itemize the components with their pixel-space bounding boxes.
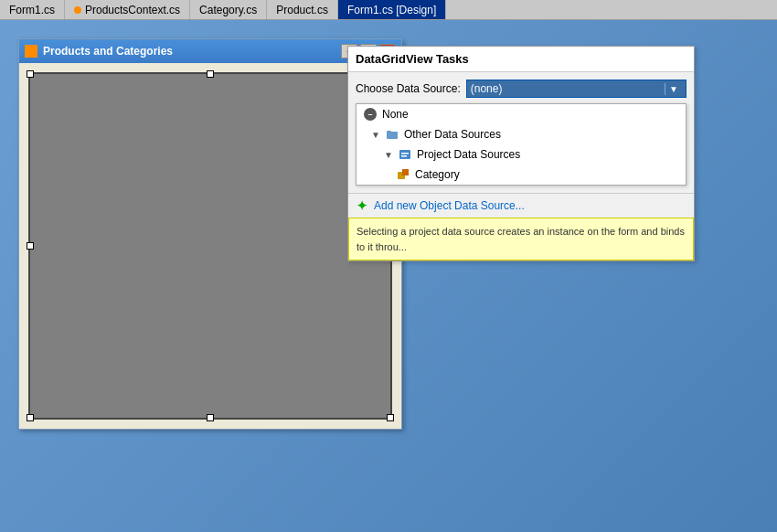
svg-rect-0 bbox=[387, 132, 398, 139]
tasks-panel-body: Choose Data Source: (none) ▼ – None ▼ bbox=[348, 72, 694, 193]
add-datasource-row[interactable]: ✦ Add new Object Data Source... bbox=[348, 193, 694, 218]
tasks-panel-title: DataGridView Tasks bbox=[348, 47, 694, 72]
resize-handle-tl[interactable] bbox=[27, 70, 34, 78]
dropdown-item-label: None bbox=[382, 108, 409, 121]
dropdown-item-projectsources[interactable]: ▼ Project Data Sources bbox=[357, 144, 686, 165]
hint-text: Selecting a project data source creates … bbox=[357, 226, 685, 252]
dropdown-item-category[interactable]: Category bbox=[357, 165, 686, 185]
dropdown-item-none[interactable]: – None bbox=[357, 104, 686, 124]
tab-dot-indicator bbox=[74, 6, 81, 14]
tab-bar: Form1.cs ProductsContext.cs Category.cs … bbox=[0, 0, 777, 20]
svg-marker-6 bbox=[402, 169, 409, 176]
svg-rect-3 bbox=[401, 153, 409, 154]
tab-productscontext[interactable]: ProductsContext.cs bbox=[65, 0, 190, 19]
svg-rect-4 bbox=[401, 155, 407, 157]
tab-label: Category.cs bbox=[199, 4, 257, 16]
dropdown-item-label: Category bbox=[415, 168, 460, 181]
tab-label: ProductsContext.cs bbox=[85, 4, 180, 16]
resize-handle-bl[interactable] bbox=[27, 414, 34, 421]
svg-rect-2 bbox=[399, 150, 410, 159]
form-title-text: Products and Categories bbox=[43, 45, 173, 58]
tab-label: Form1.cs bbox=[9, 4, 55, 16]
form-title-bar: Products and Categories – □ ✕ bbox=[19, 39, 401, 63]
tab-form1cs[interactable]: Form1.cs bbox=[0, 0, 65, 19]
svg-rect-1 bbox=[387, 131, 391, 133]
none-icon: – bbox=[364, 108, 377, 121]
hint-box: Selecting a project data source creates … bbox=[348, 218, 694, 261]
expand-arrow-icon: ▼ bbox=[371, 130, 380, 140]
tab-label: Form1.cs [Design] bbox=[347, 4, 436, 16]
form-title-icon bbox=[25, 45, 37, 58]
add-datasource-label: Add new Object Data Source... bbox=[374, 199, 525, 212]
datasource-dropdown-popup: – None ▼ Other Data Sources bbox=[356, 103, 687, 186]
datasource-dropdown[interactable]: (none) ▼ bbox=[466, 80, 687, 98]
tab-product[interactable]: Product.cs bbox=[267, 0, 338, 19]
datasource-value: (none) bbox=[471, 82, 503, 95]
form-title: Products and Categories bbox=[25, 45, 173, 58]
tab-form1cs-design[interactable]: Form1.cs [Design] bbox=[338, 0, 446, 19]
resize-handle-ml[interactable] bbox=[27, 242, 34, 250]
form-window: Products and Categories – □ ✕ ▶ bbox=[18, 38, 402, 430]
add-datasource-icon: ✦ bbox=[356, 199, 368, 212]
folder-datasource-icon bbox=[386, 128, 399, 141]
resize-handle-tm[interactable] bbox=[207, 70, 214, 78]
datagrid-view[interactable]: ▶ bbox=[28, 72, 392, 420]
datagridview-tasks-panel: DataGridView Tasks Choose Data Source: (… bbox=[347, 46, 695, 261]
dropdown-arrow-icon[interactable]: ▼ bbox=[665, 83, 682, 95]
dropdown-item-label: Project Data Sources bbox=[417, 148, 520, 161]
dropdown-item-othersources[interactable]: ▼ Other Data Sources bbox=[357, 124, 686, 144]
tab-category[interactable]: Category.cs bbox=[190, 0, 267, 19]
datasource-row: Choose Data Source: (none) ▼ bbox=[356, 80, 687, 98]
datasource-label: Choose Data Source: bbox=[356, 82, 461, 95]
designer-canvas: Products and Categories – □ ✕ ▶ bbox=[0, 20, 777, 532]
resize-handle-bm[interactable] bbox=[207, 414, 214, 421]
form-body: ▶ bbox=[19, 63, 401, 429]
category-icon bbox=[397, 168, 410, 181]
project-datasource-icon bbox=[399, 148, 411, 161]
tab-label: Product.cs bbox=[276, 4, 328, 16]
resize-handle-br[interactable] bbox=[387, 414, 394, 421]
expand-arrow-icon: ▼ bbox=[384, 150, 393, 160]
dropdown-item-label: Other Data Sources bbox=[404, 128, 501, 141]
